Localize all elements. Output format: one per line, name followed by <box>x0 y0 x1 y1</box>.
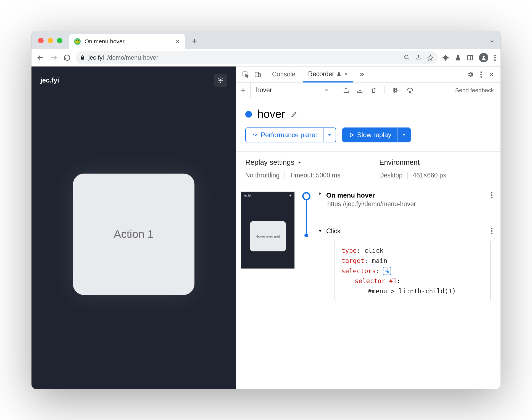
step-code-block: type: click target: main selectors: sele… <box>335 240 491 302</box>
environment-head: Environment <box>379 158 491 167</box>
theme-toggle-button[interactable] <box>214 74 227 87</box>
recording-status-dot-icon <box>245 111 252 118</box>
svg-point-11 <box>480 74 482 75</box>
svg-point-16 <box>491 197 492 198</box>
svg-point-2 <box>483 55 484 57</box>
step-over-icon[interactable] <box>406 86 414 94</box>
replay-settings-toggle[interactable]: Replay settings <box>245 158 357 167</box>
web-page: jec.fyi Action 1 <box>31 67 236 389</box>
titlebar: 🐸 On menu hover <box>31 31 501 49</box>
star-icon[interactable] <box>427 54 434 61</box>
card-text: Action 1 <box>114 228 154 240</box>
close-tab-icon[interactable] <box>175 39 180 44</box>
thumb-card: Hover over me! <box>250 221 286 251</box>
svg-point-14 <box>491 192 492 193</box>
extensions-icon[interactable] <box>442 54 449 61</box>
tabs-overflow-icon[interactable] <box>489 38 501 49</box>
demo-card[interactable]: Action 1 <box>73 174 194 295</box>
favicon-icon: 🐸 <box>74 38 81 45</box>
step-menu-icon[interactable] <box>488 192 496 199</box>
tab-title: On menu hover <box>85 38 125 45</box>
omnibox-path: /demo/menu-hover <box>107 54 158 61</box>
svg-point-17 <box>491 228 492 229</box>
forward-button[interactable] <box>49 53 59 62</box>
zoom-out-icon[interactable] <box>404 54 410 60</box>
close-panel-icon[interactable] <box>344 72 348 76</box>
traffic-lights <box>31 38 69 49</box>
browser-toolbar: jec.fyi/demo/menu-hover <box>31 49 501 67</box>
sun-icon: ☀ <box>289 194 292 197</box>
maximize-window-icon[interactable] <box>57 38 62 43</box>
inspect-icon[interactable] <box>242 71 249 78</box>
share-icon[interactable] <box>415 54 422 60</box>
step-click[interactable]: Click <box>318 227 496 235</box>
panel-overflow-icon[interactable] <box>356 71 368 78</box>
svg-point-5 <box>494 59 496 60</box>
selector-value: #menu > li:nth-child(1) <box>368 288 456 295</box>
svg-point-18 <box>491 230 492 232</box>
performance-panel-button[interactable]: Performance panel <box>245 127 336 142</box>
sun-icon <box>217 77 224 84</box>
slow-replay-button[interactable]: Slow replay <box>342 127 411 142</box>
caret-right-icon <box>318 192 322 196</box>
svg-point-10 <box>480 71 482 73</box>
step-url: https://jec.fyi/demo/menu-hover <box>327 200 496 208</box>
send-feedback-link[interactable]: Send feedback <box>455 87 497 94</box>
devtools-panel: Console Recorder <box>236 67 501 389</box>
close-window-icon[interactable] <box>38 38 44 43</box>
edit-name-icon[interactable] <box>291 111 298 118</box>
timeline-start-icon <box>302 192 310 200</box>
pick-selector-icon[interactable] <box>383 267 391 275</box>
flow-name: hover <box>257 108 285 120</box>
svg-point-19 <box>491 233 492 234</box>
back-button[interactable] <box>36 53 45 62</box>
step-menu-icon[interactable] <box>488 227 496 235</box>
site-brand[interactable]: jec.fyi <box>40 76 59 84</box>
svg-point-4 <box>494 57 496 58</box>
svg-point-6 <box>219 79 222 81</box>
gear-icon[interactable] <box>467 71 474 78</box>
delete-icon[interactable] <box>370 87 377 94</box>
devtools-menu-icon[interactable] <box>480 71 482 78</box>
svg-rect-1 <box>468 55 473 60</box>
caret-right-icon <box>297 160 302 165</box>
step-thumbnail[interactable]: jec.fyi ☀ Hover over me! <box>241 192 295 269</box>
recording-select[interactable]: hover <box>250 83 333 98</box>
address-bar[interactable]: jec.fyi/demo/menu-hover <box>76 51 438 64</box>
svg-point-3 <box>494 54 496 56</box>
svg-point-12 <box>480 76 482 77</box>
add-recording-icon[interactable] <box>240 87 246 94</box>
device-value: Desktop <box>379 172 402 179</box>
viewport-value: 461×660 px <box>413 172 446 179</box>
gauge-icon <box>252 132 258 138</box>
browser-window: 🐸 On menu hover jec.fyi/demo/menu-hover <box>31 31 501 389</box>
timeline-step-icon <box>304 233 308 237</box>
svg-point-15 <box>491 194 492 196</box>
close-devtools-icon[interactable] <box>488 71 494 78</box>
performance-panel-dropdown[interactable] <box>323 128 336 142</box>
omnibox-host: jec.fyi <box>88 54 104 61</box>
slow-replay-dropdown[interactable] <box>397 128 410 142</box>
new-tab-button[interactable] <box>188 34 201 48</box>
caret-down-icon <box>318 229 322 233</box>
timeout-value: Timeout: 5000 ms <box>290 172 340 179</box>
tab-recorder[interactable]: Recorder <box>303 67 353 83</box>
step-navigate[interactable]: On menu hover <box>318 192 496 199</box>
lock-icon <box>80 55 85 60</box>
import-icon[interactable] <box>357 87 363 94</box>
export-icon[interactable] <box>343 87 349 94</box>
play-icon <box>349 132 354 138</box>
side-panel-icon[interactable] <box>467 54 473 61</box>
flask-icon <box>336 71 341 76</box>
device-toggle-icon[interactable] <box>254 71 261 78</box>
minimize-window-icon[interactable] <box>48 38 53 43</box>
profile-avatar-icon[interactable] <box>479 53 488 62</box>
tab-console[interactable]: Console <box>267 67 300 82</box>
step-into-icon[interactable] <box>392 87 399 94</box>
svg-point-13 <box>409 91 411 93</box>
labs-icon[interactable] <box>455 54 461 61</box>
timeline <box>301 192 312 302</box>
reload-button[interactable] <box>62 53 72 62</box>
browser-tab[interactable]: 🐸 On menu hover <box>69 34 185 49</box>
browser-menu-icon[interactable] <box>494 54 496 61</box>
